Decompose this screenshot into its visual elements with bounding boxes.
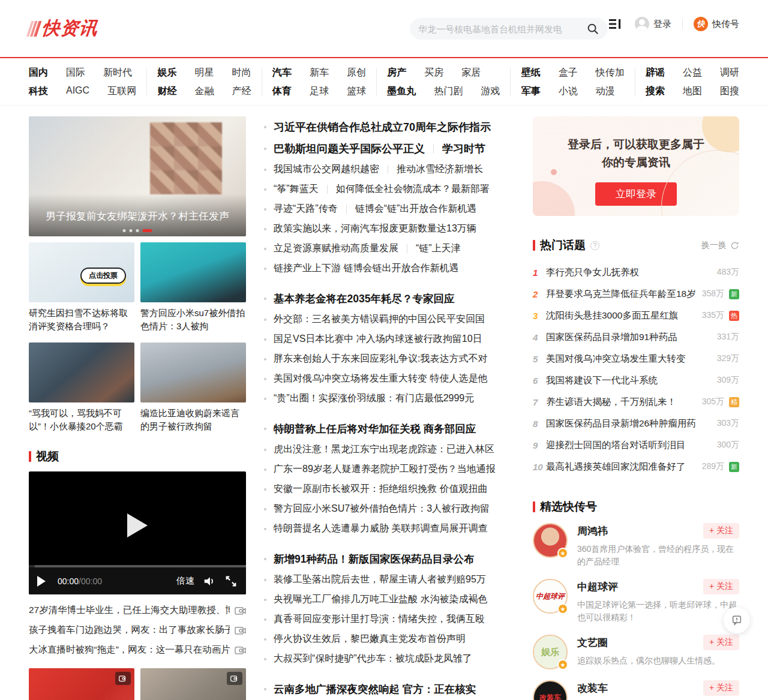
play-icon[interactable] (127, 513, 148, 537)
nav-item[interactable]: 原创 (347, 67, 366, 79)
nav-item[interactable]: 小说 (559, 85, 578, 98)
headline-link[interactable]: 真香哥回应变形计里打导演：情绪失控，我俩互殴 (274, 613, 485, 626)
topic-text[interactable]: 养生谚语大揭秘，千万别乱来！ (546, 396, 696, 408)
play-button-icon[interactable] (37, 576, 46, 587)
login-entry[interactable]: 登录 (635, 17, 671, 31)
site-logo[interactable]: 快资讯 (29, 16, 98, 41)
hot-topic-row[interactable]: 2拜登要求乌克兰降低征兵年龄至18岁358万新 (533, 283, 739, 305)
nav-item[interactable]: 动漫 (596, 85, 615, 98)
nav-item[interactable]: 家居 (461, 67, 481, 79)
video-title[interactable]: 大冰直播时被狗“拖走”，网友：这一幕只在动画片中 (29, 644, 230, 656)
headline-item[interactable]: 新增91种药品！新版国家医保药品目录公布 (264, 548, 516, 570)
nav-item[interactable]: 国际 (66, 67, 85, 79)
refresh-icon[interactable] (730, 241, 739, 250)
hot-topic-row[interactable]: 6我国将建设下一代北斗系统309万 (533, 369, 739, 391)
video-title[interactable]: 27岁清华博士毕业生，已任上海交大助理教授、博导 (29, 604, 230, 617)
headline-item[interactable]: 真香哥回应变形计里打导演：情绪失控，我俩互殴 (264, 609, 516, 629)
headline-item[interactable]: 寻迹“天路”传奇链博会“链”出开放合作新机遇 (264, 199, 516, 219)
headline-item[interactable]: 云南多地广播深夜突然响起 官方：正在核实 (264, 678, 516, 700)
search-icon[interactable] (586, 22, 599, 35)
headline-link[interactable]: 寻迹“天路”传奇 (274, 203, 338, 215)
news-card[interactable]: “骂我可以，骂我妈不可以”！小伙暴揍20个恶霸 (29, 343, 134, 433)
headline-link[interactable]: 习近平在供销合作总社成立70周年之际作指示 (274, 120, 491, 134)
volume-icon[interactable] (203, 575, 216, 588)
headline-item[interactable]: 巴勒斯坦问题关乎国际公平正义学习时节 (264, 138, 516, 160)
hot-topic-row[interactable]: 10最高礼遇接英雄回家沈阳准备好了289万新 (533, 456, 739, 477)
follow-button[interactable]: + 关注 (703, 635, 739, 650)
headline-link[interactable]: “筝”舞蓝天 (274, 183, 319, 196)
headline-item[interactable]: 国足VS日本比赛中 冲入场内球迷被行政拘留10日 (264, 329, 516, 349)
hot-topic-row[interactable]: 3沈阳街头悬挂3000多面五星红旗335万热 (533, 305, 739, 326)
headline-item[interactable]: 链接产业上下游 链博会链出开放合作新机遇 (264, 259, 516, 278)
carousel-dot[interactable] (130, 229, 133, 232)
headline-item[interactable]: 虎出没注意！黑龙江东宁出现老虎踪迹：已进入林区 (264, 440, 516, 459)
nav-item[interactable]: 壁纸 (521, 67, 541, 79)
nav-item[interactable]: AIGC (66, 85, 89, 98)
card-caption[interactable]: 研究生因扫雪不达标将取消评奖资格合理吗？ (29, 307, 134, 333)
vote-badge[interactable]: 点击投票 (80, 268, 126, 284)
video-list-item[interactable]: 大冰直播时被狗“拖走”，网友：这一幕只在动画片中 (29, 640, 246, 660)
topic-text[interactable]: 迎接烈士回国的塔台对话听到泪目 (546, 439, 711, 452)
headline-link[interactable]: 我国城市公交网越织越密 (274, 163, 379, 176)
headline-link[interactable]: 广东一89岁老人疑遭养老院护工殴打受伤？当地通报 (274, 463, 496, 476)
carousel-dot[interactable] (123, 229, 126, 232)
carousel-dot-active[interactable] (143, 229, 152, 232)
hot-topic-row[interactable]: 4国家医保药品目录增加91种药品331万 (533, 326, 739, 348)
nav-item[interactable]: 国内 (29, 67, 48, 79)
headline-item[interactable]: 央视曝光工厂偷排几万吨工业盐酸 水沟被染成褐色 (264, 590, 516, 609)
nav-item[interactable]: 新车 (310, 67, 329, 79)
nav-item[interactable]: 足球 (310, 85, 329, 98)
headline-link[interactable]: 大叔买到“保时捷驴”代步车：被坑成卧龙凤雏了 (274, 653, 472, 665)
headline-item[interactable]: 外交部：三名被美方错误羁押的中国公民平安回国 (264, 310, 516, 329)
account-avatar[interactable]: 改装车★ (533, 680, 568, 700)
headline-link[interactable]: 警方回应小米SU7被外借拍色情片：3人被行政拘留 (274, 503, 490, 515)
nav-item[interactable]: 地图 (683, 85, 702, 98)
video-player[interactable]: 00:00/00:00 倍速 (29, 471, 246, 594)
nav-item[interactable]: 时尚 (232, 67, 251, 79)
hot-topic-row[interactable]: 7养生谚语大揭秘，千万别乱来！305万精 (533, 391, 739, 413)
headline-link[interactable]: 央视曝光工厂偷排几万吨工业盐酸 水沟被染成褐色 (274, 593, 487, 606)
nav-item[interactable]: 图搜 (720, 85, 739, 98)
headline-item[interactable]: 停火协议生效后，黎巴嫩真主党发布首份声明 (264, 629, 516, 649)
headline-item[interactable]: 政策实施以来，河南汽车报废更新数量达13万辆 (264, 219, 516, 239)
nav-item[interactable]: 科技 (29, 85, 48, 98)
headline-item[interactable]: “贵”出圈！实探涨价羽绒服：有门店最低2999元 (264, 389, 516, 408)
refresh-topics-button[interactable]: 换一换 (701, 240, 739, 251)
headline-link[interactable]: 特朗普称上任后将对华加征关税 商务部回应 (274, 422, 476, 436)
kuaichuanhao-entry[interactable]: 快 快传号 (694, 17, 739, 31)
headline-item[interactable]: 立足资源禀赋推动高质量发展“链”上天津 (264, 239, 516, 259)
nav-item[interactable]: 游戏 (481, 85, 500, 98)
video-thumbnail[interactable] (29, 668, 134, 700)
playback-speed-button[interactable]: 倍速 (176, 575, 194, 587)
nav-item[interactable]: 互联网 (107, 85, 136, 98)
headline-item[interactable]: 警方回应小米SU7被外借拍色情片：3人被行政拘留 (264, 499, 516, 519)
headline-item[interactable]: 美国对俄乌冲突立场将发生重大转变 特使人选是他 (264, 369, 516, 389)
topic-text[interactable]: 美国对俄乌冲突立场发生重大转变 (546, 353, 711, 365)
topic-text[interactable]: 国家医保药品目录新增26种肿瘤用药 (546, 417, 711, 430)
channel-list-icon[interactable] (608, 17, 622, 31)
headline-item[interactable]: 胖东来创始人于东来回应彩礼争议:我表达方式不对 (264, 349, 516, 369)
video-thumbnail[interactable] (140, 668, 246, 700)
follow-button[interactable]: + 关注 (703, 680, 739, 696)
nav-item[interactable]: 盒子 (559, 67, 578, 79)
nav-item[interactable]: 军事 (521, 85, 541, 98)
nav-item[interactable]: 娱乐 (158, 67, 177, 79)
headline-link[interactable]: 云南多地广播深夜突然响起 官方：正在核实 (274, 682, 476, 696)
headline-link[interactable]: 推动冰雪经济新增长 (397, 163, 483, 176)
headline-link[interactable]: 胖东来创始人于东来回应彩礼争议:我表达方式不对 (274, 353, 487, 365)
headline-link[interactable]: “贵”出圈！实探涨价羽绒服：有门店最低2999元 (274, 392, 474, 405)
fullscreen-icon[interactable] (224, 575, 238, 588)
nav-item[interactable]: 买房 (424, 67, 443, 79)
follow-button[interactable]: + 关注 (703, 523, 739, 539)
headline-link[interactable]: 学习时节 (442, 142, 485, 156)
follow-button[interactable]: + 关注 (703, 579, 739, 594)
nav-item[interactable]: 体育 (272, 85, 292, 98)
hot-topic-row[interactable]: 8国家医保药品目录新增26种肿瘤用药303万 (533, 413, 739, 434)
nav-item[interactable]: 汽车 (272, 67, 292, 79)
headline-item[interactable]: 特朗普称上任后将对华加征关税 商务部回应 (264, 418, 516, 440)
account-avatar[interactable]: ★ (533, 523, 568, 558)
headline-link[interactable]: 停火协议生效后，黎巴嫩真主党发布首份声明 (274, 633, 466, 645)
nav-item[interactable]: 辟谣 (646, 67, 665, 79)
headline-item[interactable]: 特朗普提名人选遭暴力威胁 美联邦调查局展开调查 (264, 519, 516, 539)
headline-item[interactable]: 基本养老金将在2035年耗尽？专家回应 (264, 288, 516, 310)
